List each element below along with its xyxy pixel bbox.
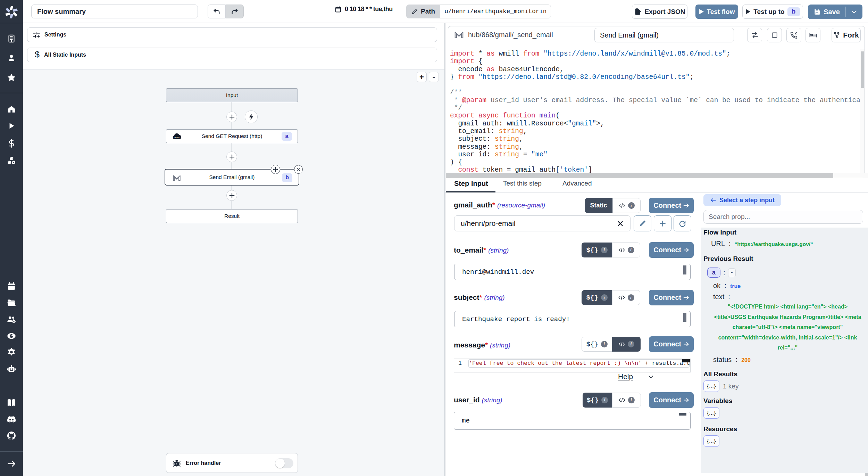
- svg-text:HTTP: HTTP: [174, 137, 179, 139]
